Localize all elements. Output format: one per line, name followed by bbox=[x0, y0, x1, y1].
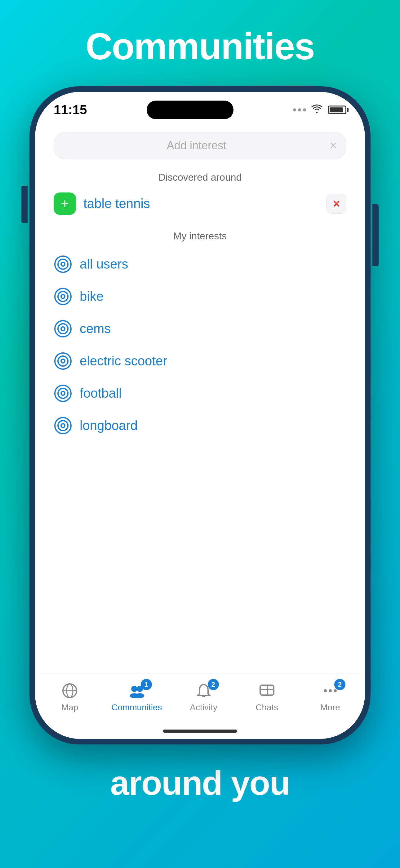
interest-item-1[interactable]: bike bbox=[54, 280, 346, 313]
interest-label-4: football bbox=[80, 386, 122, 401]
svg-point-29 bbox=[324, 689, 327, 692]
svg-point-30 bbox=[329, 689, 332, 692]
nav-item-more[interactable]: 2 More bbox=[308, 681, 352, 712]
search-placeholder: Add interest bbox=[63, 139, 330, 152]
nav-item-chats[interactable]: Chats bbox=[245, 681, 289, 712]
home-indicator bbox=[35, 724, 365, 739]
wifi-icon bbox=[311, 103, 323, 116]
svg-point-7 bbox=[58, 324, 68, 334]
svg-point-11 bbox=[61, 359, 65, 363]
discovered-item: + table tennis × bbox=[54, 189, 346, 218]
nav-label-more: More bbox=[320, 703, 340, 712]
interest-item-4[interactable]: football bbox=[54, 377, 346, 409]
interest-icon-2 bbox=[54, 319, 72, 338]
interest-label-1: bike bbox=[80, 289, 104, 304]
svg-point-21 bbox=[131, 686, 137, 692]
svg-point-10 bbox=[58, 356, 68, 366]
svg-point-24 bbox=[135, 693, 144, 698]
interest-label-3: electric scooter bbox=[80, 353, 167, 369]
nav-item-map[interactable]: Map bbox=[48, 681, 92, 712]
more-badge: 2 bbox=[334, 679, 345, 690]
add-interest-button[interactable]: + bbox=[54, 192, 76, 215]
svg-point-14 bbox=[61, 392, 65, 395]
interest-icon-4 bbox=[54, 384, 72, 403]
svg-point-6 bbox=[55, 321, 71, 337]
my-interests-header: My interests bbox=[54, 230, 346, 242]
status-time: 11:15 bbox=[54, 102, 87, 117]
svg-point-3 bbox=[55, 288, 71, 305]
svg-point-13 bbox=[58, 389, 68, 398]
remove-interest-button[interactable]: × bbox=[327, 194, 346, 214]
page-subtitle: around you bbox=[110, 763, 290, 803]
interest-label-2: cems bbox=[80, 321, 111, 336]
phone-screen: 11:15 bbox=[35, 92, 365, 739]
interest-label-5: longboard bbox=[80, 418, 138, 433]
page-title: Communities bbox=[86, 25, 314, 68]
interest-item-2[interactable]: cems bbox=[54, 313, 346, 345]
svg-point-9 bbox=[55, 353, 71, 369]
svg-point-2 bbox=[61, 262, 65, 266]
interest-label-0: all users bbox=[80, 257, 128, 272]
svg-point-4 bbox=[58, 291, 68, 302]
remove-x-icon: × bbox=[333, 197, 340, 211]
map-icon bbox=[61, 682, 78, 700]
bottom-nav: Map 1 Communities bbox=[35, 675, 365, 724]
phone-frame: 11:15 bbox=[29, 86, 371, 744]
nav-label-activity: Activity bbox=[190, 703, 218, 712]
svg-point-31 bbox=[334, 689, 337, 692]
interest-icon-1 bbox=[54, 287, 72, 306]
nav-label-map: Map bbox=[61, 703, 78, 712]
svg-point-12 bbox=[55, 385, 71, 401]
nav-icon-more: 2 bbox=[320, 681, 341, 700]
discovered-item-label: table tennis bbox=[84, 196, 150, 211]
chat-icon bbox=[258, 682, 276, 700]
communities-badge: 1 bbox=[141, 679, 152, 690]
nav-item-communities[interactable]: 1 Communities bbox=[111, 681, 162, 712]
nav-label-communities: Communities bbox=[111, 703, 162, 712]
nav-icon-communities: 1 bbox=[126, 681, 147, 700]
nav-icon-chats bbox=[256, 681, 278, 700]
status-icons bbox=[293, 103, 346, 116]
interest-item-3[interactable]: electric scooter bbox=[54, 345, 346, 377]
interest-item-0[interactable]: all users bbox=[54, 248, 346, 280]
interest-icon-3 bbox=[54, 352, 72, 370]
svg-point-16 bbox=[58, 421, 68, 431]
svg-rect-25 bbox=[260, 685, 274, 695]
main-content: Add interest × Discovered around + table… bbox=[35, 122, 365, 675]
nav-icon-activity: 2 bbox=[193, 681, 214, 700]
svg-rect-26 bbox=[264, 685, 270, 695]
svg-point-17 bbox=[61, 424, 65, 428]
svg-point-5 bbox=[61, 294, 65, 298]
interest-icon-5 bbox=[54, 416, 72, 435]
interest-item-5[interactable]: longboard bbox=[54, 409, 346, 442]
home-bar bbox=[163, 730, 237, 733]
search-bar[interactable]: Add interest × bbox=[54, 132, 346, 159]
search-close-button[interactable]: × bbox=[330, 139, 337, 152]
nav-icon-map bbox=[59, 681, 80, 700]
interest-icon-0 bbox=[54, 255, 72, 274]
nav-item-activity[interactable]: 2 Activity bbox=[182, 681, 226, 712]
battery-icon bbox=[328, 105, 346, 114]
discovered-left: + table tennis bbox=[54, 192, 150, 215]
svg-point-15 bbox=[55, 417, 71, 434]
svg-point-1 bbox=[58, 259, 68, 269]
signal-icon bbox=[293, 108, 306, 112]
nav-label-chats: Chats bbox=[256, 703, 278, 712]
activity-badge: 2 bbox=[208, 679, 219, 690]
discovered-section-header: Discovered around bbox=[54, 172, 346, 183]
svg-point-0 bbox=[55, 256, 71, 272]
status-bar: 11:15 bbox=[35, 92, 365, 122]
dynamic-island bbox=[147, 101, 233, 119]
svg-point-8 bbox=[61, 327, 65, 331]
